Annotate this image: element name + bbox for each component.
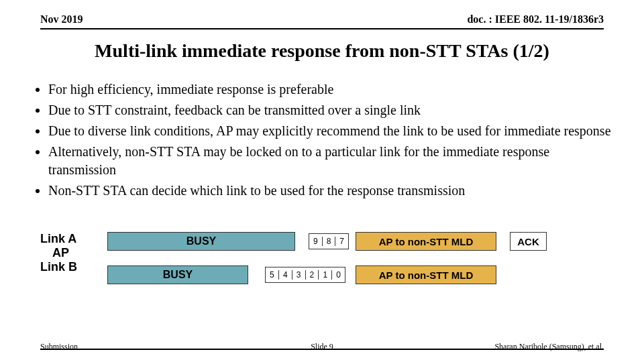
ack-block: ACK	[510, 232, 547, 251]
frame-b: AP to non-STT MLD	[356, 265, 496, 284]
busy-block-a: BUSY	[107, 232, 295, 251]
header-doc: doc. : IEEE 802. 11-19/1836r3	[467, 13, 604, 25]
header-date: Nov 2019	[40, 13, 83, 25]
bullet-list: For high efficiency, immediate response …	[34, 80, 617, 202]
backoff-count-a: 987	[309, 233, 349, 249]
bullet-item: Non-STT STA can decide which link to be …	[48, 182, 617, 200]
slide-title: Multi-link immediate response from non-S…	[0, 40, 644, 62]
link-b-label: Link B	[40, 260, 77, 274]
bullet-item: Due to STT constraint, feedback can be t…	[48, 101, 617, 119]
footer-author: Sharan Naribole (Samsung), et al.	[494, 342, 604, 352]
busy-block-b: BUSY	[107, 265, 248, 284]
backoff-count-b: 543210	[265, 267, 345, 283]
ap-label: AP	[52, 246, 77, 260]
link-a-label: Link A	[40, 232, 77, 246]
bullet-item: Due to diverse link conditions, AP may e…	[48, 122, 617, 140]
frame-a: AP to non-STT MLD	[356, 232, 496, 251]
bullet-item: For high efficiency, immediate response …	[48, 80, 617, 99]
bullet-item: Alternatively, non-STT STA may be locked…	[48, 143, 617, 179]
header-rule	[40, 28, 604, 29]
